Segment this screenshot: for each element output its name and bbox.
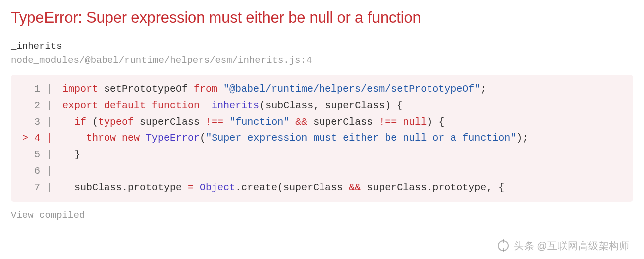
code-line: 1 | import setPrototypeOf from "@babel/r… bbox=[11, 81, 633, 97]
code-line: 2 | export default function _inherits(su… bbox=[11, 97, 633, 114]
code-line: 5 | } bbox=[11, 146, 633, 163]
line-content: import setPrototypeOf from "@babel/runti… bbox=[58, 81, 486, 97]
line-content: if (typeof superClass !== "function" && … bbox=[58, 114, 444, 130]
code-line: 6 | bbox=[11, 163, 633, 179]
code-line: 3 | if (typeof superClass !== "function"… bbox=[11, 114, 633, 130]
view-compiled-link[interactable]: View compiled bbox=[11, 210, 633, 221]
line-gutter: 7 | bbox=[11, 179, 58, 196]
stack-frame-function: _inherits bbox=[11, 41, 633, 52]
line-gutter: 6 | bbox=[11, 163, 58, 179]
line-content: throw new TypeError("Super expression mu… bbox=[58, 130, 528, 146]
line-gutter: > 4 | bbox=[11, 130, 58, 146]
line-content bbox=[58, 163, 62, 179]
line-content: subClass.prototype = Object.create(super… bbox=[58, 179, 504, 196]
line-content: } bbox=[58, 146, 80, 163]
code-line: 7 | subClass.prototype = Object.create(s… bbox=[11, 179, 633, 196]
line-content: export default function _inherits(subCla… bbox=[58, 97, 403, 114]
line-gutter: 3 | bbox=[11, 114, 58, 130]
line-gutter: 2 | bbox=[11, 97, 58, 114]
line-gutter: 5 | bbox=[11, 146, 58, 163]
stack-frame-file[interactable]: node_modules/@babel/runtime/helpers/esm/… bbox=[11, 55, 633, 66]
code-line: > 4 | throw new TypeError("Super express… bbox=[11, 130, 633, 146]
error-title: TypeError: Super expression must either … bbox=[11, 9, 633, 27]
code-block: 1 | import setPrototypeOf from "@babel/r… bbox=[11, 75, 633, 202]
line-gutter: 1 | bbox=[11, 81, 58, 97]
